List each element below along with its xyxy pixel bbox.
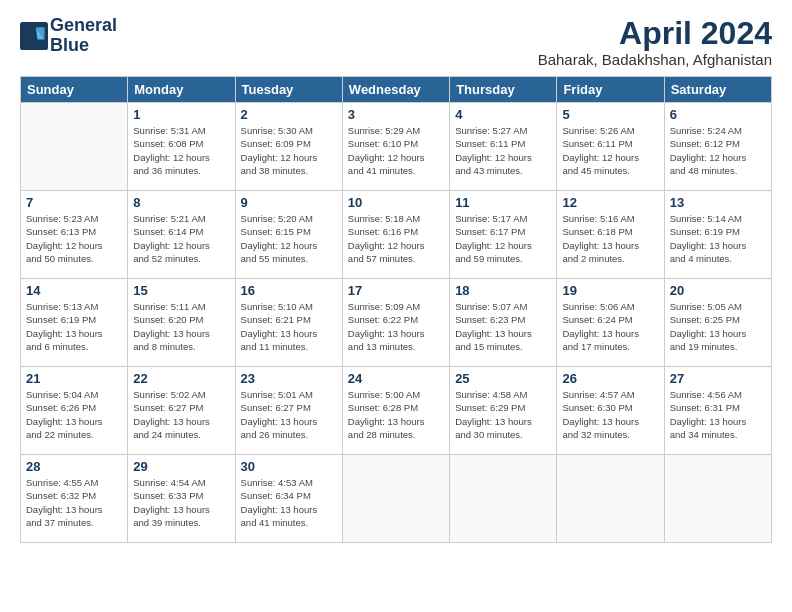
table-row: 22Sunrise: 5:02 AMSunset: 6:27 PMDayligh… bbox=[128, 367, 235, 455]
info-line: Daylight: 12 hours bbox=[241, 151, 337, 164]
info-line: Sunrise: 5:13 AM bbox=[26, 300, 122, 313]
table-row: 17Sunrise: 5:09 AMSunset: 6:22 PMDayligh… bbox=[342, 279, 449, 367]
info-line: Sunset: 6:17 PM bbox=[455, 225, 551, 238]
day-number: 1 bbox=[133, 107, 229, 122]
info-line: and 6 minutes. bbox=[26, 340, 122, 353]
table-row: 11Sunrise: 5:17 AMSunset: 6:17 PMDayligh… bbox=[450, 191, 557, 279]
info-line: Sunrise: 5:10 AM bbox=[241, 300, 337, 313]
info-line: Daylight: 13 hours bbox=[26, 327, 122, 340]
info-line: Sunset: 6:25 PM bbox=[670, 313, 766, 326]
info-line: Sunrise: 5:27 AM bbox=[455, 124, 551, 137]
info-line: Daylight: 12 hours bbox=[455, 151, 551, 164]
info-line: Sunset: 6:20 PM bbox=[133, 313, 229, 326]
page-header: General Blue April 2024 Baharak, Badakhs… bbox=[20, 16, 772, 68]
info-line: Daylight: 13 hours bbox=[455, 415, 551, 428]
header-sunday: Sunday bbox=[21, 77, 128, 103]
info-line: and 41 minutes. bbox=[348, 164, 444, 177]
day-number: 10 bbox=[348, 195, 444, 210]
day-number: 27 bbox=[670, 371, 766, 386]
info-line: and 55 minutes. bbox=[241, 252, 337, 265]
day-number: 28 bbox=[26, 459, 122, 474]
cell-info: Sunrise: 5:29 AMSunset: 6:10 PMDaylight:… bbox=[348, 124, 444, 177]
info-line: Sunset: 6:16 PM bbox=[348, 225, 444, 238]
table-row bbox=[664, 455, 771, 543]
cell-info: Sunrise: 5:24 AMSunset: 6:12 PMDaylight:… bbox=[670, 124, 766, 177]
info-line: Sunset: 6:22 PM bbox=[348, 313, 444, 326]
info-line: Daylight: 13 hours bbox=[133, 415, 229, 428]
cell-info: Sunrise: 5:05 AMSunset: 6:25 PMDaylight:… bbox=[670, 300, 766, 353]
day-number: 2 bbox=[241, 107, 337, 122]
info-line: Sunset: 6:21 PM bbox=[241, 313, 337, 326]
info-line: Sunrise: 5:24 AM bbox=[670, 124, 766, 137]
table-row: 23Sunrise: 5:01 AMSunset: 6:27 PMDayligh… bbox=[235, 367, 342, 455]
cell-info: Sunrise: 4:56 AMSunset: 6:31 PMDaylight:… bbox=[670, 388, 766, 441]
table-row: 30Sunrise: 4:53 AMSunset: 6:34 PMDayligh… bbox=[235, 455, 342, 543]
info-line: Sunset: 6:27 PM bbox=[133, 401, 229, 414]
info-line: Sunset: 6:32 PM bbox=[26, 489, 122, 502]
info-line: Sunset: 6:09 PM bbox=[241, 137, 337, 150]
header-wednesday: Wednesday bbox=[342, 77, 449, 103]
cell-info: Sunrise: 4:53 AMSunset: 6:34 PMDaylight:… bbox=[241, 476, 337, 529]
calendar-week-row: 14Sunrise: 5:13 AMSunset: 6:19 PMDayligh… bbox=[21, 279, 772, 367]
table-row: 28Sunrise: 4:55 AMSunset: 6:32 PMDayligh… bbox=[21, 455, 128, 543]
info-line: Sunrise: 5:01 AM bbox=[241, 388, 337, 401]
info-line: Daylight: 13 hours bbox=[670, 239, 766, 252]
info-line: and 24 minutes. bbox=[133, 428, 229, 441]
info-line: and 19 minutes. bbox=[670, 340, 766, 353]
info-line: and 26 minutes. bbox=[241, 428, 337, 441]
info-line: Daylight: 13 hours bbox=[562, 239, 658, 252]
cell-info: Sunrise: 5:04 AMSunset: 6:26 PMDaylight:… bbox=[26, 388, 122, 441]
day-number: 14 bbox=[26, 283, 122, 298]
info-line: and 34 minutes. bbox=[670, 428, 766, 441]
location-title: Baharak, Badakhshan, Afghanistan bbox=[538, 51, 772, 68]
cell-info: Sunrise: 5:30 AMSunset: 6:09 PMDaylight:… bbox=[241, 124, 337, 177]
info-line: Sunrise: 5:31 AM bbox=[133, 124, 229, 137]
info-line: Daylight: 13 hours bbox=[26, 503, 122, 516]
info-line: Sunrise: 4:56 AM bbox=[670, 388, 766, 401]
cell-info: Sunrise: 5:01 AMSunset: 6:27 PMDaylight:… bbox=[241, 388, 337, 441]
cell-info: Sunrise: 5:18 AMSunset: 6:16 PMDaylight:… bbox=[348, 212, 444, 265]
table-row: 9Sunrise: 5:20 AMSunset: 6:15 PMDaylight… bbox=[235, 191, 342, 279]
table-row: 5Sunrise: 5:26 AMSunset: 6:11 PMDaylight… bbox=[557, 103, 664, 191]
info-line: and 4 minutes. bbox=[670, 252, 766, 265]
table-row: 12Sunrise: 5:16 AMSunset: 6:18 PMDayligh… bbox=[557, 191, 664, 279]
info-line: Sunrise: 5:16 AM bbox=[562, 212, 658, 225]
info-line: and 22 minutes. bbox=[26, 428, 122, 441]
calendar-table: Sunday Monday Tuesday Wednesday Thursday… bbox=[20, 76, 772, 543]
info-line: and 37 minutes. bbox=[26, 516, 122, 529]
header-tuesday: Tuesday bbox=[235, 77, 342, 103]
day-number: 30 bbox=[241, 459, 337, 474]
info-line: and 15 minutes. bbox=[455, 340, 551, 353]
header-friday: Friday bbox=[557, 77, 664, 103]
info-line: Daylight: 13 hours bbox=[133, 327, 229, 340]
calendar-page: General Blue April 2024 Baharak, Badakhs… bbox=[0, 0, 792, 612]
cell-info: Sunrise: 4:58 AMSunset: 6:29 PMDaylight:… bbox=[455, 388, 551, 441]
info-line: and 32 minutes. bbox=[562, 428, 658, 441]
day-number: 19 bbox=[562, 283, 658, 298]
table-row: 14Sunrise: 5:13 AMSunset: 6:19 PMDayligh… bbox=[21, 279, 128, 367]
info-line: Daylight: 13 hours bbox=[241, 327, 337, 340]
cell-info: Sunrise: 5:07 AMSunset: 6:23 PMDaylight:… bbox=[455, 300, 551, 353]
table-row: 10Sunrise: 5:18 AMSunset: 6:16 PMDayligh… bbox=[342, 191, 449, 279]
info-line: and 38 minutes. bbox=[241, 164, 337, 177]
info-line: Sunrise: 4:57 AM bbox=[562, 388, 658, 401]
info-line: Sunrise: 5:02 AM bbox=[133, 388, 229, 401]
day-number: 29 bbox=[133, 459, 229, 474]
info-line: Sunset: 6:19 PM bbox=[670, 225, 766, 238]
table-row: 21Sunrise: 5:04 AMSunset: 6:26 PMDayligh… bbox=[21, 367, 128, 455]
info-line: Sunset: 6:13 PM bbox=[26, 225, 122, 238]
day-number: 9 bbox=[241, 195, 337, 210]
info-line: Daylight: 12 hours bbox=[26, 239, 122, 252]
cell-info: Sunrise: 5:11 AMSunset: 6:20 PMDaylight:… bbox=[133, 300, 229, 353]
day-number: 18 bbox=[455, 283, 551, 298]
table-row: 25Sunrise: 4:58 AMSunset: 6:29 PMDayligh… bbox=[450, 367, 557, 455]
info-line: Sunrise: 5:21 AM bbox=[133, 212, 229, 225]
info-line: and 36 minutes. bbox=[133, 164, 229, 177]
day-number: 4 bbox=[455, 107, 551, 122]
day-number: 12 bbox=[562, 195, 658, 210]
table-row: 13Sunrise: 5:14 AMSunset: 6:19 PMDayligh… bbox=[664, 191, 771, 279]
day-number: 13 bbox=[670, 195, 766, 210]
table-row: 18Sunrise: 5:07 AMSunset: 6:23 PMDayligh… bbox=[450, 279, 557, 367]
calendar-week-row: 28Sunrise: 4:55 AMSunset: 6:32 PMDayligh… bbox=[21, 455, 772, 543]
title-section: April 2024 Baharak, Badakhshan, Afghanis… bbox=[538, 16, 772, 68]
